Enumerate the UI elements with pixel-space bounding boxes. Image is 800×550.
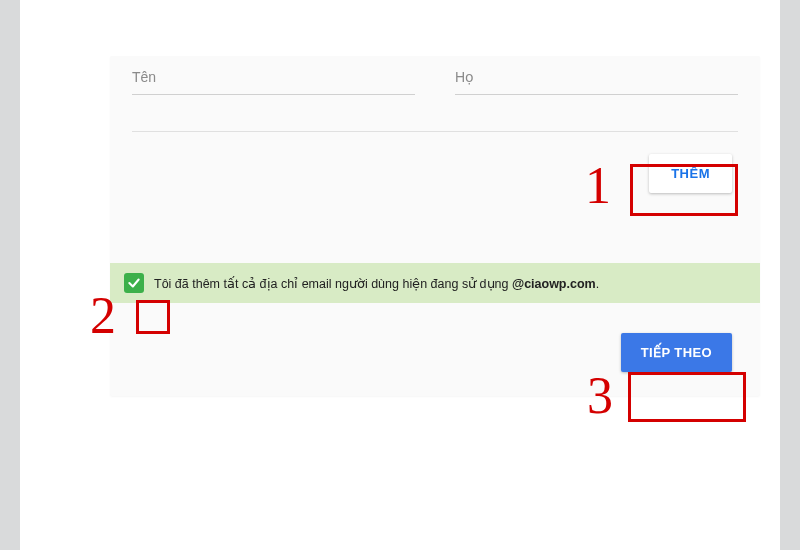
add-button-row: THÊM <box>110 132 760 223</box>
next-button-row: TIẾP THEO <box>110 303 760 396</box>
confirm-text-before: Tôi đã thêm tất cả địa chỉ email người d… <box>154 277 512 291</box>
next-button-label: TIẾP THEO <box>641 345 712 360</box>
first-name-label: Tên <box>132 69 156 85</box>
add-button[interactable]: THÊM <box>649 154 732 193</box>
name-fields-row: Tên Họ <box>110 56 760 95</box>
check-icon <box>127 276 141 290</box>
last-name-field[interactable]: Họ <box>455 68 738 95</box>
confirm-domain: @ciaowp.com <box>512 277 596 291</box>
confirm-bar: Tôi đã thêm tất cả địa chỉ email người d… <box>110 263 760 303</box>
confirm-text: Tôi đã thêm tất cả địa chỉ email người d… <box>154 276 599 291</box>
confirm-text-after: . <box>596 277 599 291</box>
confirm-checkbox[interactable] <box>124 273 144 293</box>
last-name-label: Họ <box>455 69 474 85</box>
form-card: Tên Họ THÊM Tôi đã thêm tất cả địa chỉ e… <box>110 56 760 396</box>
page-container: Tên Họ THÊM Tôi đã thêm tất cả địa chỉ e… <box>20 0 780 550</box>
next-button[interactable]: TIẾP THEO <box>621 333 732 372</box>
first-name-field[interactable]: Tên <box>132 68 415 95</box>
add-button-label: THÊM <box>671 166 710 181</box>
